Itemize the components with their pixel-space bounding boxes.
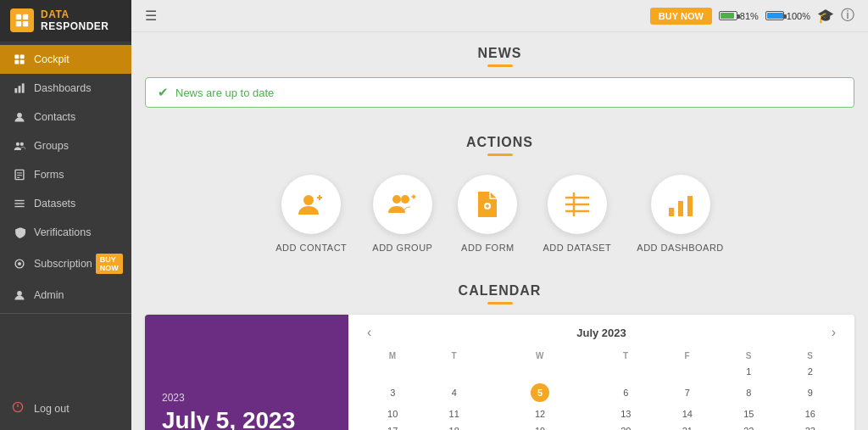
svg-rect-2 [16, 21, 21, 26]
sidebar-item-forms[interactable]: Forms [0, 160, 131, 189]
news-message: News are up to date [175, 87, 274, 99]
sidebar-item-cockpit[interactable]: Cockpit [0, 45, 131, 74]
content-area: NEWS ✔ News are up to date ACTIONS [131, 32, 868, 430]
calendar-day-cell[interactable]: 12 [485, 405, 595, 422]
verifications-icon [12, 225, 27, 240]
admin-label: Admin [34, 289, 64, 301]
logout-icon [12, 401, 27, 416]
calendar-day-cell[interactable]: 20 [595, 422, 656, 430]
buy-now-button[interactable]: BUY NOW [650, 8, 712, 25]
add-group-action[interactable]: ADD GROUP [372, 175, 432, 253]
battery2-indicator: 100% [765, 11, 810, 21]
svg-rect-1 [23, 14, 28, 20]
app-logo-text: DATARESPONDER [41, 8, 109, 33]
battery2-bar [765, 11, 784, 20]
svg-rect-9 [19, 86, 21, 92]
sidebar-item-dashboards[interactable]: Dashboards [0, 74, 131, 103]
day-header-w: W [485, 349, 595, 363]
groups-label: Groups [34, 140, 69, 152]
sidebar-item-groups[interactable]: Groups [0, 131, 131, 160]
calendar-next-button[interactable]: › [826, 323, 841, 342]
day-header-s2: S [780, 349, 842, 363]
calendar-day-cell[interactable]: 13 [595, 405, 656, 422]
calendar-day-cell[interactable]: 2 [780, 363, 842, 380]
day-header-t2: T [595, 349, 656, 363]
actions-title: ACTIONS [145, 121, 854, 154]
calendar-day-cell[interactable]: 21 [657, 422, 718, 430]
svg-point-26 [303, 195, 314, 205]
calendar-day-cell[interactable]: 10 [362, 405, 423, 422]
add-form-circle [458, 175, 517, 234]
calendar-day-cell[interactable]: 9 [780, 380, 842, 405]
calendar-day-cell[interactable]: 11 [423, 405, 484, 422]
calendar-prev-button[interactable]: ‹ [362, 323, 376, 342]
topbar-right: BUY NOW 81% 100% 🎓 ⓘ [650, 7, 854, 25]
sidebar-logout[interactable]: Log out [0, 394, 131, 423]
actions-underline [487, 154, 513, 156]
add-dashboard-label: ADD DASHBOARD [637, 243, 723, 253]
sidebar-item-contacts[interactable]: Contacts [0, 103, 131, 131]
calendar-day-cell[interactable]: 7 [657, 380, 718, 405]
cockpit-icon [12, 52, 27, 67]
add-dataset-action[interactable]: ADD DATASET [542, 175, 611, 253]
calendar-day-cell[interactable]: 8 [718, 380, 779, 405]
news-check-icon: ✔ [158, 85, 169, 100]
topbar-left: ☰ [145, 8, 157, 24]
calendar-day-cell[interactable]: 17 [362, 422, 423, 430]
help-icon[interactable]: ⓘ [841, 7, 854, 25]
calendar-grid-panel: ‹ July 2023 › M T W T F S [348, 315, 854, 430]
svg-point-11 [17, 113, 22, 118]
calendar-day-cell[interactable]: 1 [718, 363, 779, 380]
day-header-f: F [657, 349, 718, 363]
add-dataset-label: ADD DATASET [542, 243, 611, 253]
calendar-week-row: 12 [362, 363, 841, 380]
calendar-month-title: July 2023 [576, 327, 626, 339]
sidebar-nav: Cockpit Dashboards Contacts [0, 42, 131, 394]
subscription-badge: BUY NOW [96, 254, 123, 274]
calendar-date-panel: 2023 July 5, 2023 [145, 315, 348, 430]
sidebar-item-admin[interactable]: Admin [0, 281, 131, 310]
calendar-body: 1234567891011121314151617181920212223 [362, 363, 841, 430]
calendar-year: 2023 [162, 392, 331, 404]
calendar-day-cell[interactable]: 3 [362, 380, 423, 405]
logout-label: Log out [34, 403, 70, 415]
calendar-day-cell[interactable]: 5 [485, 380, 595, 405]
add-contact-circle [281, 175, 341, 234]
calendar-day-cell[interactable]: 22 [718, 422, 779, 430]
forms-label: Forms [34, 169, 64, 181]
calendar-day-cell[interactable]: 14 [657, 405, 718, 422]
add-contact-label: ADD CONTACT [275, 243, 347, 253]
subscription-icon [12, 256, 27, 271]
add-dashboard-action[interactable]: ADD DASHBOARD [637, 175, 723, 253]
day-header-m: M [362, 349, 423, 363]
sidebar-item-verifications[interactable]: Verifications [0, 218, 131, 247]
calendar-day-cell[interactable]: 4 [423, 380, 484, 405]
forms-icon [12, 167, 27, 182]
calendar-day-cell[interactable]: 15 [718, 405, 779, 422]
calendar-day-cell[interactable]: 23 [780, 422, 842, 430]
sidebar-item-datasets[interactable]: Datasets [0, 189, 131, 218]
svg-rect-43 [678, 201, 683, 216]
calendar-day-cell[interactable]: 16 [780, 405, 842, 422]
svg-point-12 [16, 142, 19, 146]
calendar-day-cell[interactable]: 6 [595, 380, 656, 405]
svg-point-21 [18, 262, 21, 265]
sidebar-item-subscription[interactable]: Subscription BUY NOW [0, 247, 131, 281]
calendar-day-cell [657, 363, 718, 380]
graduation-icon[interactable]: 🎓 [817, 8, 834, 24]
svg-point-31 [401, 195, 409, 204]
add-form-action[interactable]: ADD FORM [458, 175, 517, 253]
calendar-underline [487, 302, 513, 304]
svg-point-30 [392, 195, 401, 204]
calendar-day-cell[interactable]: 18 [423, 422, 484, 430]
hamburger-icon[interactable]: ☰ [145, 8, 157, 24]
news-underline [487, 64, 513, 67]
add-group-circle [373, 175, 432, 234]
admin-icon [12, 288, 27, 303]
svg-rect-0 [16, 14, 21, 20]
calendar-day-cell[interactable]: 19 [485, 422, 595, 430]
dashboards-icon [12, 81, 27, 96]
contacts-label: Contacts [34, 111, 75, 123]
add-contact-action[interactable]: ADD CONTACT [275, 175, 347, 253]
day-header-t1: T [423, 349, 484, 363]
